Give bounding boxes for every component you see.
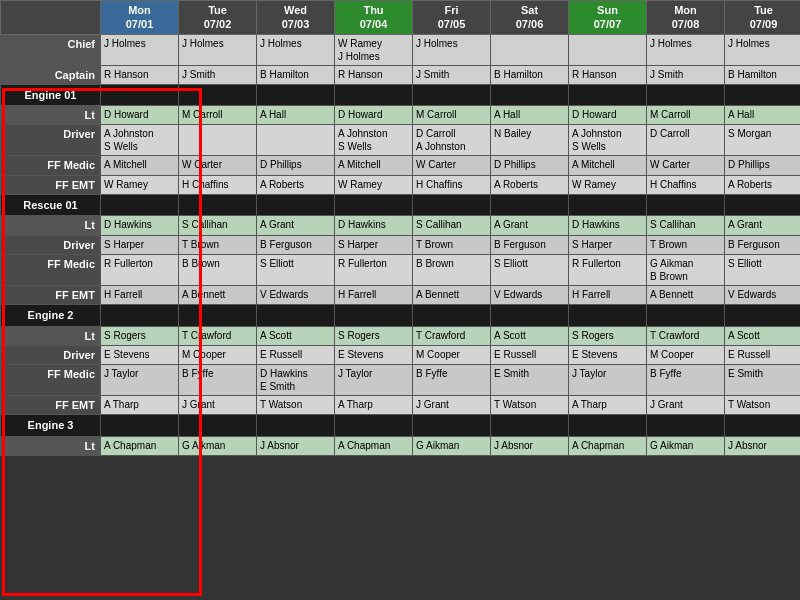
cell-r18-c0: A Chapman [101, 436, 179, 455]
label-header [1, 1, 101, 35]
cell-r3-c7: M Carroll [647, 106, 725, 125]
row-label-engine-2: Engine 2 [1, 305, 101, 326]
cell-r13-c7: T Crawford [647, 326, 725, 345]
engine-cell-5 [491, 84, 569, 105]
day-header-0706: Sat07/06 [491, 1, 569, 35]
row-ff-medic: FF MedicJ TaylorB FyffeD Hawkins E Smith… [1, 365, 801, 396]
cell-r11-c2: V Edwards [257, 285, 335, 304]
cell-r4-c5: N Bailey [491, 125, 569, 156]
cell-r1-c0: R Hanson [101, 65, 179, 84]
cell-r13-c1: T Crawford [179, 326, 257, 345]
cell-r13-c0: S Rogers [101, 326, 179, 345]
cell-r16-c8: T Watson [725, 396, 801, 415]
cell-r4-c6: A Johnston S Wells [569, 125, 647, 156]
cell-r11-c3: H Farrell [335, 285, 413, 304]
cell-r14-c8: E Russell [725, 345, 801, 364]
cell-r10-c3: R Fullerton [335, 254, 413, 285]
engine-cell-4 [413, 84, 491, 105]
row-chief: ChiefJ HolmesJ HolmesJ HolmesW Ramey J H… [1, 34, 801, 65]
cell-r3-c3: D Howard [335, 106, 413, 125]
cell-r8-c6: D Hawkins [569, 216, 647, 235]
cell-r9-c2: B Ferguson [257, 235, 335, 254]
day-header-0703: Wed07/03 [257, 1, 335, 35]
cell-r11-c7: A Bennett [647, 285, 725, 304]
cell-r6-c6: W Ramey [569, 175, 647, 194]
cell-r11-c6: H Farrell [569, 285, 647, 304]
row-lt: LtD HawkinsS CallihanA GrantD HawkinsS C… [1, 216, 801, 235]
cell-r1-c6: R Hanson [569, 65, 647, 84]
cell-r3-c1: M Carroll [179, 106, 257, 125]
day-header-0704: Thu07/04 [335, 1, 413, 35]
cell-r13-c5: A Scott [491, 326, 569, 345]
cell-r16-c0: A Tharp [101, 396, 179, 415]
cell-r1-c8: B Hamilton [725, 65, 801, 84]
row-label-ff-emt: FF EMT [1, 175, 101, 194]
row-label-lt: Lt [1, 436, 101, 455]
cell-r15-c5: E Smith [491, 365, 569, 396]
cell-r14-c4: M Cooper [413, 345, 491, 364]
row-lt: LtD HowardM CarrollA HallD HowardM Carro… [1, 106, 801, 125]
row-label-rescue-01: Rescue 01 [1, 195, 101, 216]
day-header-0707: Sun07/07 [569, 1, 647, 35]
row-driver: DriverA Johnston S WellsA Johnston S Wel… [1, 125, 801, 156]
cell-r3-c8: A Hall [725, 106, 801, 125]
row-ff-medic: FF MedicR FullertonB BrownS ElliottR Ful… [1, 254, 801, 285]
cell-r14-c2: E Russell [257, 345, 335, 364]
cell-r16-c6: A Tharp [569, 396, 647, 415]
cell-r1-c5: B Hamilton [491, 65, 569, 84]
engine-cell-0 [101, 195, 179, 216]
row-lt: LtS RogersT CrawfordA ScottS RogersT Cra… [1, 326, 801, 345]
cell-r16-c2: T Watson [257, 396, 335, 415]
cell-r15-c1: B Fyffe [179, 365, 257, 396]
cell-r1-c4: J Smith [413, 65, 491, 84]
engine-cell-7 [647, 84, 725, 105]
cell-r4-c2 [257, 125, 335, 156]
cell-r14-c7: M Cooper [647, 345, 725, 364]
row-label-ff-emt: FF EMT [1, 285, 101, 304]
cell-r10-c0: R Fullerton [101, 254, 179, 285]
engine-cell-3 [335, 84, 413, 105]
cell-r3-c6: D Howard [569, 106, 647, 125]
engine-cell-0 [101, 305, 179, 326]
row-rescue-01: Rescue 01 [1, 195, 801, 216]
cell-r6-c1: H Chaffins [179, 175, 257, 194]
cell-r15-c4: B Fyffe [413, 365, 491, 396]
cell-r8-c4: S Callihan [413, 216, 491, 235]
cell-r0-c3: W Ramey J Holmes [335, 34, 413, 65]
row-driver: DriverE StevensM CooperE RussellE Steven… [1, 345, 801, 364]
cell-r3-c4: M Carroll [413, 106, 491, 125]
row-label-ff-medic: FF Medic [1, 156, 101, 175]
row-label-driver: Driver [1, 125, 101, 156]
cell-r5-c5: D Phillips [491, 156, 569, 175]
engine-cell-4 [413, 305, 491, 326]
row-label-engine-01: Engine 01 [1, 84, 101, 105]
cell-r5-c3: A Mitchell [335, 156, 413, 175]
engine-cell-7 [647, 195, 725, 216]
cell-r4-c1 [179, 125, 257, 156]
row-label-captain: Captain [1, 65, 101, 84]
cell-r18-c1: G Aikman [179, 436, 257, 455]
row-driver: DriverS HarperT BrownB FergusonS HarperT… [1, 235, 801, 254]
row-ff-emt: FF EMTA TharpJ GrantT WatsonA TharpJ Gra… [1, 396, 801, 415]
engine-cell-1 [179, 415, 257, 436]
engine-cell-5 [491, 305, 569, 326]
cell-r4-c8: S Morgan [725, 125, 801, 156]
row-label-driver: Driver [1, 235, 101, 254]
cell-r15-c3: J Taylor [335, 365, 413, 396]
cell-r6-c7: H Chaffins [647, 175, 725, 194]
cell-r10-c1: B Brown [179, 254, 257, 285]
cell-r5-c6: A Mitchell [569, 156, 647, 175]
cell-r11-c8: V Edwards [725, 285, 801, 304]
cell-r9-c3: S Harper [335, 235, 413, 254]
cell-r6-c4: H Chaffins [413, 175, 491, 194]
cell-r18-c5: J Absnor [491, 436, 569, 455]
cell-r11-c0: H Farrell [101, 285, 179, 304]
engine-cell-6 [569, 195, 647, 216]
row-engine-2: Engine 2 [1, 305, 801, 326]
row-captain: CaptainR HansonJ SmithB HamiltonR Hanson… [1, 65, 801, 84]
engine-cell-3 [335, 195, 413, 216]
cell-r18-c7: G Aikman [647, 436, 725, 455]
cell-r8-c3: D Hawkins [335, 216, 413, 235]
cell-r0-c2: J Holmes [257, 34, 335, 65]
engine-cell-2 [257, 415, 335, 436]
